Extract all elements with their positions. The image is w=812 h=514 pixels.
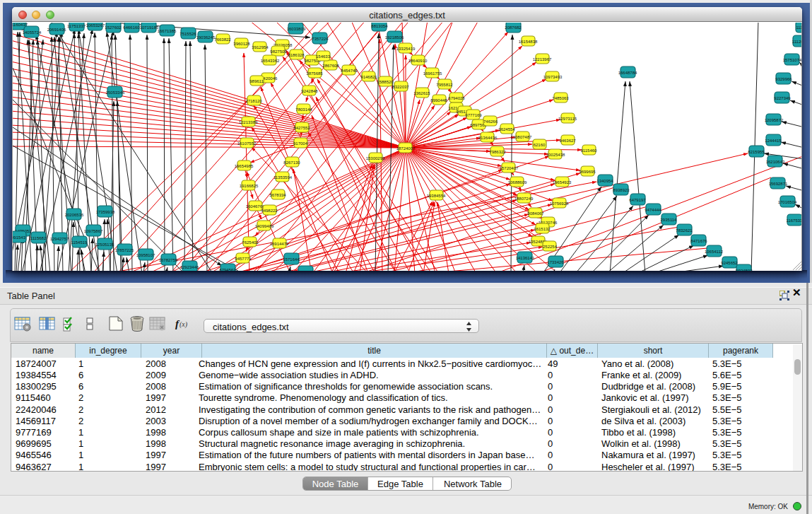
svg-text:1733426: 1733426 [547, 260, 564, 264]
svg-text:15692871: 15692871 [769, 182, 788, 186]
svg-text:10973493: 10973493 [543, 75, 563, 79]
svg-text:8427552: 8427552 [293, 126, 310, 130]
svg-text:10688609: 10688609 [508, 180, 527, 185]
svg-text:19218506: 19218506 [385, 35, 404, 40]
svg-text:1615132: 1615132 [534, 227, 551, 231]
svg-text:12095872: 12095872 [765, 118, 784, 122]
svg-text:62160: 62160 [534, 143, 546, 147]
svg-text:8454749: 8454749 [341, 69, 358, 73]
svg-text:7803144: 7803144 [295, 107, 312, 112]
svg-text:111204: 111204 [796, 25, 802, 30]
svg-text:3960128: 3960128 [233, 42, 250, 46]
svg-text:8794563: 8794563 [219, 268, 236, 271]
svg-text:16543362: 16543362 [261, 59, 280, 63]
svg-text:3624554: 3624554 [498, 127, 515, 132]
svg-text:18807249: 18807249 [514, 197, 534, 201]
svg-text:1112043: 1112043 [792, 40, 802, 44]
svg-text:3912954: 3912954 [252, 45, 269, 49]
svg-text:10807487: 10807487 [513, 135, 532, 139]
svg-text:16154838: 16154838 [519, 40, 538, 44]
svg-text:11353594: 11353594 [273, 175, 293, 180]
svg-text:19036245: 19036245 [196, 35, 216, 40]
svg-text:2867608: 2867608 [322, 64, 339, 68]
svg-text:8938923: 8938923 [613, 188, 630, 192]
svg-text:9242848: 9242848 [301, 89, 318, 93]
svg-text:1588520: 1588520 [377, 80, 394, 84]
svg-text:252254: 252254 [543, 245, 558, 249]
svg-text:9635287: 9635287 [297, 270, 314, 271]
svg-text:9084067: 9084067 [527, 211, 544, 216]
svg-text:917004: 917004 [293, 141, 308, 146]
svg-text:9457771: 9457771 [235, 257, 252, 261]
svg-text:12213967: 12213967 [533, 57, 552, 62]
svg-text:746266: 746266 [483, 119, 498, 124]
svg-text:154633: 154633 [316, 54, 331, 59]
svg-text:4498222: 4498222 [261, 209, 278, 213]
svg-text:9329966: 9329966 [775, 77, 792, 81]
svg-text:2935114: 2935114 [661, 218, 678, 222]
svg-text:14136141: 14136141 [516, 256, 535, 260]
svg-text:3875685: 3875685 [306, 71, 323, 76]
svg-text:18724007: 18724007 [396, 146, 416, 151]
svg-text:17016504: 17016504 [778, 200, 797, 204]
svg-text:16033809: 16033809 [287, 27, 306, 31]
svg-text:13325419: 13325419 [396, 47, 416, 51]
svg-text:8990448: 8990448 [430, 98, 447, 103]
svg-text:989611: 989611 [249, 79, 264, 83]
svg-text:15751074: 15751074 [783, 58, 802, 62]
svg-text:19654985: 19654985 [235, 164, 254, 168]
svg-text:8322037: 8322037 [392, 85, 409, 89]
svg-text:9463627: 9463627 [559, 139, 576, 143]
svg-text:16914479: 16914479 [270, 242, 289, 246]
svg-text:10756928: 10756928 [550, 201, 569, 206]
svg-text:18640910: 18640910 [408, 59, 428, 63]
svg-text:(x): (x) [180, 320, 188, 329]
svg-text:8186328: 8186328 [288, 53, 305, 57]
svg-text:9777169: 9777169 [465, 113, 482, 117]
svg-text:9245652: 9245652 [721, 261, 738, 265]
svg-text:19384554: 19384554 [427, 194, 446, 198]
svg-text:8813054: 8813054 [371, 24, 388, 28]
svg-text:10025438: 10025438 [546, 153, 565, 157]
svg-text:2718120: 2718120 [245, 99, 262, 103]
svg-text:7955812: 7955812 [436, 83, 453, 87]
svg-text:14099489: 14099489 [255, 224, 274, 228]
svg-text:7357224: 7357224 [312, 37, 329, 41]
svg-text:16961755: 16961755 [423, 71, 442, 76]
svg-text:8267130: 8267130 [283, 160, 300, 165]
svg-text:15300293: 15300293 [366, 156, 385, 160]
svg-text:1167533: 1167533 [787, 218, 802, 223]
svg-text:1244415: 1244415 [765, 139, 782, 143]
svg-text:9474444: 9474444 [645, 208, 661, 212]
svg-text:5678334: 5678334 [269, 193, 286, 197]
svg-text:19166825: 19166825 [240, 184, 259, 188]
svg-text:9924502: 9924502 [736, 269, 753, 271]
svg-text:2087682: 2087682 [505, 25, 522, 30]
svg-text:9146821: 9146821 [360, 75, 377, 79]
svg-text:9827509: 9827509 [270, 49, 287, 54]
svg-text:12973115: 12973115 [558, 117, 577, 121]
svg-text:19654923: 19654923 [553, 180, 572, 185]
svg-text:1340954: 1340954 [596, 179, 613, 183]
svg-text:12213389: 12213389 [239, 120, 258, 124]
svg-text:9699695: 9699695 [579, 170, 596, 174]
svg-text:1571644: 1571644 [283, 257, 300, 262]
svg-text:15720407: 15720407 [500, 166, 519, 170]
svg-text:9227349: 9227349 [774, 96, 791, 100]
svg-text:1362615: 1362615 [413, 91, 430, 95]
svg-text:16210643: 16210643 [766, 160, 785, 164]
svg-text:6794028: 6794028 [448, 96, 465, 100]
svg-text:8471676: 8471676 [690, 239, 707, 243]
svg-text:7485063: 7485063 [552, 96, 569, 100]
svg-text:16107552: 16107552 [237, 141, 257, 146]
svg-text:9115460: 9115460 [581, 148, 598, 153]
svg-text:8215955: 8215955 [748, 150, 765, 154]
svg-text:10654112: 10654112 [705, 250, 724, 254]
svg-text:7625402: 7625402 [242, 240, 259, 245]
svg-text:6479197: 6479197 [629, 198, 646, 202]
svg-text:7986322: 7986322 [489, 150, 506, 154]
svg-text:16648784: 16648784 [618, 71, 637, 75]
svg-text:21364436: 21364436 [478, 136, 498, 140]
svg-text:7832621: 7832621 [676, 228, 693, 233]
svg-text:7663822: 7663822 [214, 37, 231, 42]
